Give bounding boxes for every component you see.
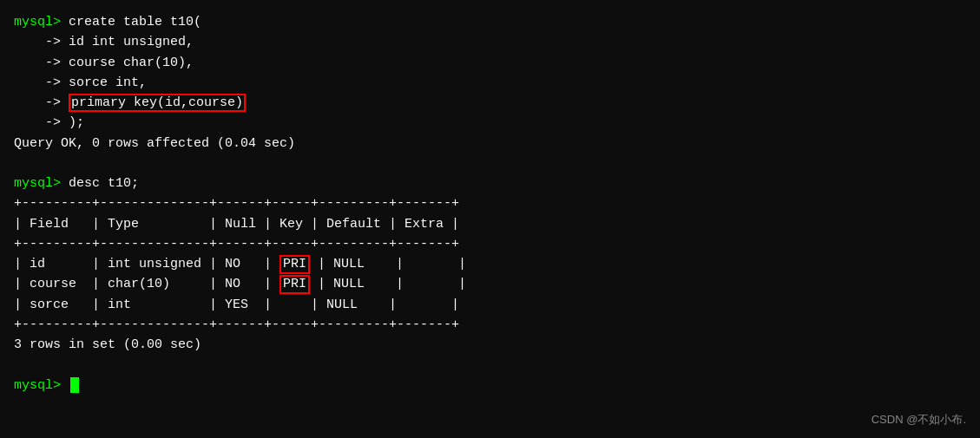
line-4: -> sorce int, (14, 73, 966, 93)
cursor-block (70, 377, 79, 393)
table-row-sorce: | sorce | int | YES | | NULL | | (14, 295, 966, 315)
table-border-mid: +---------+--------------+------+-----+-… (14, 234, 966, 254)
pri-highlight-course: PRI (280, 275, 310, 294)
blank-1 (14, 154, 966, 173)
final-prompt: mysql> (14, 376, 966, 396)
table-border-top: +---------+--------------+------+-----+-… (14, 193, 966, 213)
blank-2 (14, 355, 966, 375)
watermark: CSDN @不如小布. (871, 412, 966, 428)
line-5: -> primary key(id,course) (14, 93, 966, 113)
line-2: -> id int unsigned, (14, 32, 966, 52)
line-9: mysql> desc t10; (14, 173, 966, 193)
table-border-bottom: +---------+--------------+------+-----+-… (14, 315, 966, 335)
table-row-id: | id | int unsigned | NO | PRI | NULL | … (14, 254, 966, 274)
line-7: Query OK, 0 rows affected (0.04 sec) (14, 134, 966, 154)
table-header: | Field | Type | Null | Key | Default | … (14, 214, 966, 234)
table-row-course: | course | char(10) | NO | PRI | NULL | … (14, 274, 966, 294)
line-3: -> course char(10), (14, 53, 966, 73)
pri-highlight-id: PRI (280, 255, 310, 274)
primary-key-highlight: primary key(id,course) (69, 94, 246, 112)
line-1: mysql> create table t10( (14, 12, 966, 32)
prompt-1: mysql> (14, 15, 69, 29)
line-6: -> ); (14, 113, 966, 133)
rows-in-set: 3 rows in set (0.00 sec) (14, 335, 966, 355)
terminal: mysql> create table t10( -> id int unsig… (0, 0, 980, 438)
